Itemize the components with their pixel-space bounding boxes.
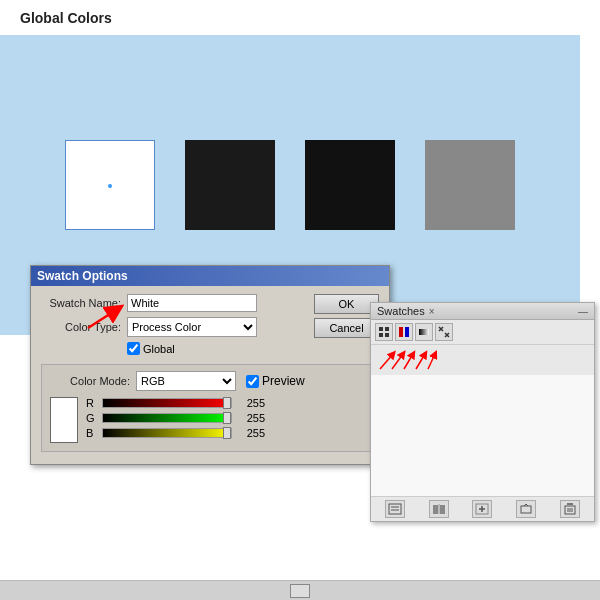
g-slider[interactable] — [102, 413, 232, 423]
color-type-label: Color Type: — [41, 321, 121, 333]
center-dot — [108, 184, 112, 188]
color-mode-section: Color Mode: RGB CMYK HSB Lab Preview — [41, 364, 379, 452]
bottom-bar-icon — [290, 584, 310, 598]
global-checkbox-label[interactable]: Global — [127, 342, 175, 355]
color-mode-label: Color Mode: — [50, 375, 130, 387]
color-mode-header-row: Color Mode: RGB CMYK HSB Lab Preview — [50, 371, 370, 391]
color-preview-swatch — [50, 397, 78, 443]
panel-toolbar — [371, 320, 594, 345]
swatches-panel-title: Swatches — [377, 305, 425, 317]
svg-rect-4 — [399, 327, 403, 337]
sliders-area: R 255 G 255 B 255 — [50, 397, 370, 443]
svg-rect-5 — [405, 327, 409, 337]
swatch-name-input[interactable] — [127, 294, 257, 312]
svg-rect-6 — [419, 329, 429, 335]
white-swatch[interactable] — [65, 140, 155, 230]
red-arrows-area — [371, 345, 594, 375]
dialog-main-rows: Swatch Name: Color Type: Process Color S… — [41, 294, 379, 360]
svg-line-7 — [380, 354, 393, 369]
svg-line-8 — [392, 354, 403, 369]
preview-label: Preview — [262, 374, 305, 388]
svg-line-10 — [416, 354, 425, 369]
left-fields: Swatch Name: Color Type: Process Color S… — [41, 294, 296, 360]
show-gradient-swatches-btn[interactable] — [415, 323, 433, 341]
g-slider-row: G 255 — [86, 412, 370, 424]
color-mode-select[interactable]: RGB CMYK HSB Lab — [136, 371, 236, 391]
panel-footer — [371, 496, 594, 521]
global-label: Global — [143, 343, 175, 355]
g-label: G — [86, 412, 98, 424]
slider-group: R 255 G 255 B 255 — [86, 397, 370, 442]
dialog-buttons: OK Cancel — [306, 294, 379, 338]
panel-minimize-icon[interactable]: — — [578, 306, 588, 317]
new-color-group-footer-btn[interactable] — [429, 500, 449, 518]
panel-tab[interactable]: Swatches × — [377, 305, 435, 317]
svg-rect-15 — [433, 505, 438, 514]
swatch-options-dialog: Swatch Options Swatch Name: Color Type: … — [30, 265, 390, 465]
red-arrows-svg — [375, 349, 455, 371]
swatch-libraries-footer-btn[interactable] — [385, 500, 405, 518]
page-title: Global Colors — [0, 0, 600, 36]
global-row: Global — [127, 342, 296, 355]
swatches-panel: Swatches × — — [370, 302, 595, 522]
dialog-body: Swatch Name: Color Type: Process Color S… — [31, 286, 389, 464]
dialog-title: Swatch Options — [37, 269, 128, 283]
r-label: R — [86, 397, 98, 409]
b-slider-row: B 255 — [86, 427, 370, 439]
delete-swatch-footer-btn[interactable] — [560, 500, 580, 518]
black-swatch-2[interactable] — [305, 140, 395, 230]
svg-rect-21 — [521, 506, 531, 513]
r-slider[interactable] — [102, 398, 232, 408]
preview-checkbox[interactable] — [246, 375, 259, 388]
swatch-name-row: Swatch Name: — [41, 294, 296, 312]
dialog-titlebar: Swatch Options — [31, 266, 389, 286]
svg-rect-0 — [379, 327, 383, 331]
panel-close-icon[interactable]: × — [429, 306, 435, 317]
b-label: B — [86, 427, 98, 439]
panel-titlebar: Swatches × — — [371, 303, 594, 320]
swatch-name-label: Swatch Name: — [41, 297, 121, 309]
black-swatch-1[interactable] — [185, 140, 275, 230]
svg-rect-16 — [440, 505, 445, 514]
svg-line-9 — [404, 354, 413, 369]
r-slider-row: R 255 — [86, 397, 370, 409]
svg-rect-12 — [389, 504, 401, 514]
g-value: 255 — [237, 412, 265, 424]
svg-rect-1 — [385, 327, 389, 331]
global-checkbox[interactable] — [127, 342, 140, 355]
color-type-select[interactable]: Process Color Spot Color — [127, 317, 257, 337]
r-value: 255 — [237, 397, 265, 409]
b-value: 255 — [237, 427, 265, 439]
show-all-swatches-btn[interactable] — [375, 323, 393, 341]
new-swatch-footer-btn[interactable] — [472, 500, 492, 518]
svg-rect-2 — [379, 333, 383, 337]
show-color-swatches-btn[interactable] — [395, 323, 413, 341]
color-type-row: Color Type: Process Color Spot Color — [41, 317, 296, 337]
bottom-bar — [0, 580, 600, 600]
b-slider[interactable] — [102, 428, 232, 438]
panel-content — [371, 375, 594, 496]
place-swatch-footer-btn[interactable] — [516, 500, 536, 518]
gray-swatch[interactable] — [425, 140, 515, 230]
show-pattern-swatches-btn[interactable] — [435, 323, 453, 341]
svg-line-11 — [428, 354, 435, 369]
svg-rect-3 — [385, 333, 389, 337]
